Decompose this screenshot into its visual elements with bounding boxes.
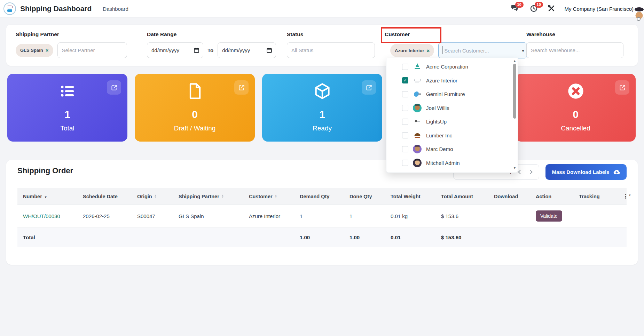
external-link-icon[interactable] (107, 80, 121, 95)
stat-value: 0 (135, 109, 255, 120)
customer-tag: Azure Interior × (390, 44, 434, 57)
date-to-label: To (207, 47, 213, 53)
dropdown-option[interactable]: Joel Willis (386, 101, 518, 115)
dropdown-option[interactable]: Acme Corporation (386, 60, 518, 74)
lightsup-logo (413, 117, 422, 126)
cell-origin: S00047 (132, 213, 173, 219)
column-settings-icon[interactable] (623, 194, 631, 199)
calendar-icon[interactable] (194, 47, 199, 53)
app-title: Shipping Dashboard (20, 5, 92, 13)
col-header-schedule-date: Schedule Date (77, 194, 132, 199)
table-total-row: Total 1.00 1.00 0.01 $ 153.60 (17, 228, 627, 247)
stat-label: Ready (262, 125, 382, 132)
col-header-demand-qty: Demand Qty (294, 194, 344, 199)
stat-card-ready[interactable]: 1 Ready (262, 74, 382, 142)
tools-icon[interactable] (547, 4, 556, 13)
col-header-shipping-partner[interactable]: Shipping Partner (173, 194, 243, 199)
dropdown-option[interactable]: Marc Demo (386, 142, 518, 156)
person-avatar (413, 145, 422, 153)
cloud-download-icon (613, 168, 620, 176)
table-header-row: Number Schedule Date Origin Shipping Par… (17, 189, 627, 205)
gemini-logo (413, 90, 422, 98)
customer-label: Customer (385, 31, 410, 38)
checkbox[interactable] (402, 105, 408, 111)
date-to-input[interactable]: dd/mm/yyyy (218, 42, 276, 58)
chevron-down-icon[interactable]: ▾ (522, 49, 524, 53)
shipping-partner-input[interactable] (57, 42, 127, 58)
scroll-up-icon[interactable]: ▲ (513, 59, 516, 63)
total-demand-qty: 1.00 (294, 234, 344, 240)
external-link-icon[interactable] (234, 80, 249, 95)
customer-dropdown: Acme Corporation Azure Interior Gemini F… (386, 58, 518, 173)
cell-customer: Azure Interior (243, 213, 294, 219)
customer-search-input[interactable] (438, 42, 527, 58)
stat-card-cancelled[interactable]: 0 Cancelled (516, 74, 636, 142)
status-label: Status (287, 31, 303, 38)
status-input[interactable] (287, 42, 375, 58)
dropdown-option[interactable]: Gemini Furniture (386, 87, 518, 101)
filter-bar: Shipping Partner GLS Spain × Date Range … (6, 25, 638, 66)
dropdown-option[interactable]: Lumber Inc (386, 129, 518, 143)
checkbox[interactable] (402, 119, 408, 125)
col-header-customer[interactable]: Customer (243, 194, 294, 199)
user-status-dot (637, 17, 641, 21)
validate-button[interactable]: Validate (536, 210, 562, 222)
checkbox[interactable] (402, 146, 408, 152)
cell-total-amount: $ 153.6 (435, 213, 488, 219)
dropdown-option-selected[interactable]: Azure Interior (386, 74, 518, 88)
mass-download-labels-button[interactable]: Mass Download Labels (545, 164, 627, 180)
person-avatar (413, 104, 422, 112)
messages-icon[interactable]: 10 (510, 4, 519, 13)
scroll-down-icon[interactable]: ▼ (513, 166, 516, 170)
dropdown-scrollbar[interactable]: ▲ ▼ (513, 59, 517, 170)
date-from-input[interactable]: dd/mm/yyyy (147, 42, 203, 58)
chevron-left-icon[interactable] (518, 170, 523, 174)
shipping-partner-tag: GLS Spain × (16, 44, 53, 57)
chevron-right-icon[interactable] (528, 170, 533, 174)
col-header-total-weight: Total Weight (385, 194, 435, 199)
col-header-done-qty: Done Qty (344, 194, 385, 199)
acme-logo (413, 62, 422, 71)
col-header-origin[interactable]: Origin (132, 194, 173, 199)
remove-tag-icon[interactable]: × (427, 48, 430, 54)
sort-icon (154, 195, 157, 198)
col-header-number[interactable]: Number (17, 194, 77, 199)
sort-icon (221, 195, 224, 198)
stat-card-draft-waiting[interactable]: 0 Draft / Waiting (135, 74, 255, 142)
checkbox[interactable] (402, 91, 408, 97)
lumber-logo (413, 131, 422, 140)
dropdown-option[interactable]: LightsUp (386, 115, 518, 129)
cell-done-qty: 1 (344, 213, 385, 219)
app-logo-icon[interactable] (3, 2, 16, 15)
azure-logo (413, 76, 422, 85)
external-link-icon[interactable] (615, 80, 629, 95)
menu-item-dashboard[interactable]: Dashboard (103, 6, 128, 12)
col-header-download: Download (488, 194, 530, 199)
checkbox[interactable] (402, 132, 408, 138)
activities-clock-icon[interactable]: 10 (530, 4, 539, 13)
sort-icon (275, 195, 277, 198)
warehouse-input[interactable] (526, 42, 623, 58)
date-range-label: Date Range (147, 31, 176, 38)
col-header-action: Action (530, 194, 573, 199)
checkbox[interactable] (402, 64, 408, 70)
calendar-icon[interactable] (266, 47, 272, 53)
company-switcher[interactable]: My Company (San Francisco) (565, 6, 634, 12)
external-link-icon[interactable] (362, 80, 376, 95)
stat-card-total[interactable]: 1 Total (7, 74, 127, 142)
messages-badge: 10 (515, 2, 524, 8)
dropdown-option[interactable]: Mitchell Admin (386, 156, 518, 170)
scrollbar-thumb[interactable] (513, 64, 516, 119)
col-header-tracking: Tracking (573, 194, 617, 199)
remove-tag-icon[interactable]: × (46, 47, 49, 53)
cell-demand-qty: 1 (294, 213, 344, 219)
order-number-link[interactable]: WH/OUT/00030 (23, 213, 60, 219)
total-weight: 0.01 (385, 234, 435, 240)
cell-total-weight: 0.01 kg (385, 213, 435, 219)
checkbox[interactable] (402, 160, 408, 166)
checkbox-checked[interactable] (402, 77, 408, 83)
stat-label: Draft / Waiting (135, 125, 255, 132)
stat-label: Total (7, 125, 127, 132)
shipping-order-table: Number Schedule Date Origin Shipping Par… (17, 189, 627, 247)
activities-badge: 10 (535, 2, 543, 8)
